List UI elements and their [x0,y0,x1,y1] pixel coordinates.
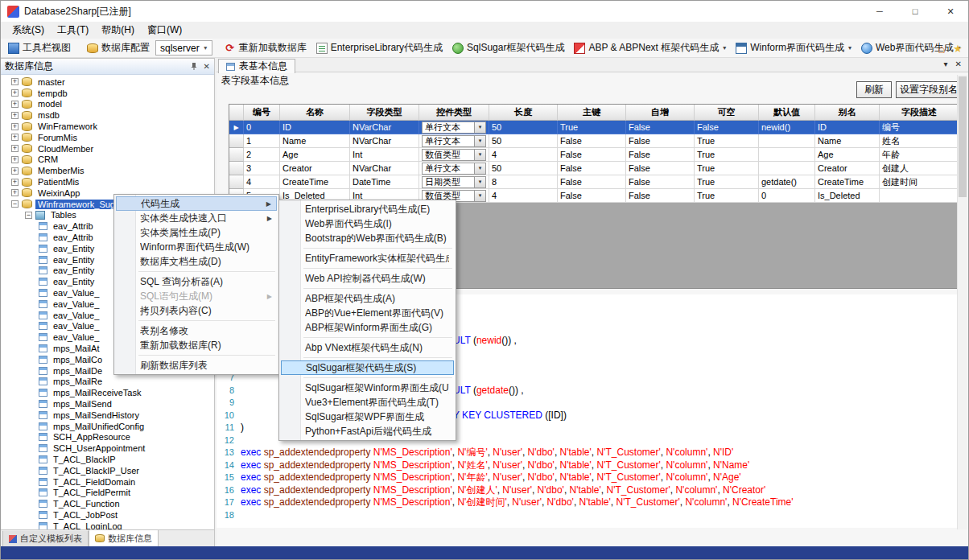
close-document-icon[interactable]: ✕ [955,60,962,68]
grid-column-header[interactable]: 默认值 [759,105,815,121]
tree-node-database[interactable]: +CloudMember [1,143,214,154]
tree-node-table[interactable]: T_ACL_JobPost [1,509,214,521]
tree-node-table[interactable]: SCH_AppResource [1,432,214,443]
table-row[interactable]: 3CreatorNVarChar单行文本▾50FalseFalseTrueCre… [229,162,958,175]
grid-column-header[interactable]: 别名 [815,105,880,121]
tree-node-table[interactable]: T_ACL_FieldPermit [1,487,214,498]
row-selector[interactable]: ▶ [229,121,244,134]
tree-node-database[interactable]: +CRM [1,154,214,166]
tree-node-table[interactable]: mps_MailReceiveTask [1,387,214,398]
context-menu-item[interactable]: Winform界面代码生成(W) [116,240,277,254]
refresh-button[interactable]: 刷新 [856,81,892,98]
tree-node-database[interactable]: +WinFramework [1,121,214,132]
submenu-item[interactable]: Bootstrap的Web界面代码生成(B) [281,231,454,245]
close-panel-icon[interactable]: ✕ [204,62,210,71]
tab-custom-template-list[interactable]: 自定义模板列表 [2,531,89,547]
submenu-item[interactable]: EntityFramework实体框架代码生成(F) [281,251,454,266]
menubar-item[interactable]: 窗口(W) [141,22,188,39]
expander-icon[interactable]: + [11,189,19,196]
grid-column-header[interactable]: 名称 [280,105,350,121]
menubar-item[interactable]: 工具(T) [51,22,95,39]
submenu-item[interactable]: Vue3+Element界面代码生成(T) [281,395,454,410]
tree-node-database[interactable]: +PatientMis [1,176,214,187]
submenu-item[interactable]: EnterpriseLibrary代码生成(E) [281,202,454,216]
toolbar-button[interactable]: 工具栏视图 [4,39,75,56]
submenu-item[interactable]: ABP的Vue+Element界面代码(V) [281,306,454,320]
set-field-alias-button[interactable]: 设置字段别名 [896,81,959,98]
control-type-combo[interactable]: 日期类型▾ [422,176,486,188]
table-row[interactable]: ▶0IDNVarChar单行文本▾50TrueFalseFalsenewid()… [229,121,958,134]
expander-icon[interactable]: + [11,156,19,163]
submenu-item[interactable]: ABP框架代码生成(A) [281,291,454,306]
table-row[interactable]: 4CreateTimeDateTime日期类型▾8FalseFalseTrueg… [229,175,958,189]
context-menu-item[interactable]: 实体类属性生成(P) [116,225,277,240]
tree-node-table[interactable]: T_ACL_BlackIP [1,454,214,465]
table-row[interactable]: 1NameNVarChar单行文本▾50FalseFalseTrueName姓名 [229,134,958,148]
table-row[interactable]: 2AgeInt数值类型▾4FalseFalseTrueAge年龄 [229,148,958,162]
tree-node-database[interactable]: +msdb [1,109,214,121]
toolbar-button[interactable]: Winform界面代码生成▾ [732,39,856,56]
tree-node-table[interactable]: mps_MailRe [1,377,214,388]
context-menu-item[interactable]: SQL语句生成(M)▶ [116,289,277,303]
grid-column-header[interactable]: 编号 [244,105,280,121]
row-selector[interactable] [229,175,244,189]
expander-icon[interactable]: + [11,78,19,85]
expander-icon[interactable]: + [11,179,19,186]
control-type-combo[interactable]: 数值类型▾ [422,149,486,161]
tree-node-database[interactable]: +ForumMis [1,132,214,143]
submenu-item[interactable]: Python+FastApi后端代码生成 [281,424,454,439]
context-menu-item[interactable]: SQL 查询分析器(A) [116,274,277,289]
context-menu-item[interactable]: 实体类生成快速入口▶ [116,211,277,225]
expander-icon[interactable]: + [11,89,19,97]
tree-node-table[interactable]: T_ACL_LoginLog [1,521,214,529]
tree-node-table[interactable]: SCH_UserAppointment [1,443,214,454]
submenu-item[interactable]: Abp VNext框架代码生成(N) [281,340,454,355]
toolbar-button[interactable]: ABP & ABPNext 框架代码生成▾ [570,39,730,56]
scrollbar-thumb[interactable] [959,76,967,197]
grid-column-header[interactable]: 自增 [626,105,695,121]
close-button[interactable]: ✕ [933,1,968,22]
control-type-combo[interactable]: 单行文本▾ [422,163,486,175]
submenu-item[interactable]: Web API控制器代码生成(W) [281,271,454,286]
menubar-item[interactable]: 帮助(H) [95,22,141,39]
tree-node-database[interactable]: +MemberMis [1,165,214,176]
tab-database-info[interactable]: 数据库信息 [89,530,159,547]
expander-icon[interactable]: + [11,134,19,141]
context-menu-item[interactable]: 表别名修改 [116,323,277,338]
expander-icon[interactable]: + [11,101,19,108]
grid-column-header[interactable]: 主键 [558,105,626,121]
submenu-item[interactable]: SqlSugar框架代码生成(S) [281,360,454,375]
submenu-item[interactable]: ABP框架Winform界面生成(G) [281,320,454,335]
context-menu-item[interactable]: 重新加载数据库(R) [116,338,277,352]
grid-column-header[interactable]: 长度 [489,105,558,121]
tree-node-database[interactable]: +model [1,99,214,110]
tree-node-table[interactable]: mps_MailUnifiedConfig [1,421,214,432]
grid-column-header[interactable]: 字段类型 [350,105,419,121]
expander-icon[interactable]: + [11,167,19,175]
expander-icon[interactable]: + [11,112,19,119]
tree-node-table[interactable]: T_ACL_BlackIP_User [1,465,214,476]
control-type-combo[interactable]: 单行文本▾ [422,135,486,147]
context-menu-item[interactable]: 代码生成▶ [116,196,277,211]
tree-node-table[interactable]: mps_MailSendHistory [1,410,214,421]
pin-icon[interactable] [190,62,198,71]
expander-icon[interactable]: + [11,123,19,130]
minimize-button[interactable]: ─ [862,1,897,22]
tree-node-table[interactable]: T_ACL_FieldDomain [1,476,214,488]
tab-table-basic-info[interactable]: 表基本信息 [218,59,295,73]
tree-node-table[interactable]: T_ACL_Function [1,498,214,509]
grid-column-header[interactable]: 可空 [695,105,759,121]
tree-node-table[interactable]: mps_MailSend [1,398,214,410]
toolbar-button[interactable]: 重新加载数据库 [221,39,311,56]
expander-icon[interactable]: − [11,200,19,208]
grid-column-header[interactable]: 控件类型 [419,105,489,121]
toolbar-button[interactable]: 数据库配置 [83,39,154,56]
database-type-combo[interactable]: sqlserver▾ [155,40,212,56]
home-icon[interactable] [936,43,947,54]
context-menu-item[interactable]: 拷贝列表内容(C) [116,303,277,318]
submenu-item[interactable]: SqlSugar框架WPF界面生成 [281,410,454,424]
grid-column-header[interactable]: 字段描述 [880,105,959,121]
context-menu-item[interactable]: 刷新数据库列表 [116,358,277,373]
menubar-item[interactable]: 系统(S) [6,22,51,39]
maximize-button[interactable]: □ [897,1,933,22]
